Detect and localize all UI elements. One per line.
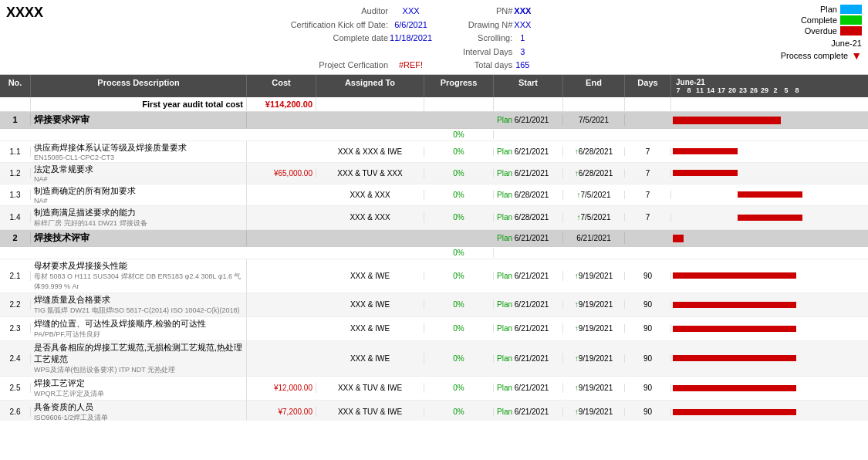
- table-body: 1 焊接要求评审 Plan 6/21/2021 7/5/2021 0% 1.1 …: [0, 112, 868, 421]
- table-row: 2.5 焊接工艺评定 WPQR工艺评定及清单 ¥12,000.00 XXX & …: [0, 377, 868, 401]
- th-gantt: June-21 7 8 11 14 17 20 23 26 29 2 5 8: [671, 75, 868, 97]
- gantt-month-header: June-21: [673, 78, 866, 86]
- overdue-box: [840, 26, 862, 36]
- down-arrow-icon: ▼: [851, 49, 862, 62]
- table-row: 1 焊接要求评审 Plan 6/21/2021 7/5/2021: [0, 112, 868, 129]
- th-assigned: Assigned To: [316, 75, 424, 97]
- kickoff-value: 6/6/2021: [390, 19, 432, 32]
- th-start: Start: [494, 75, 563, 97]
- table-row: 0%: [0, 129, 868, 141]
- interval-value: 3: [514, 46, 531, 59]
- legend-area: Plan Complete Overdue June-21 Process co…: [646, 5, 862, 62]
- complete-box: [840, 15, 862, 25]
- th-days: Days: [625, 75, 671, 97]
- scrolling-value: 1: [514, 32, 531, 46]
- table-row: 2.2 焊缝质量及合格要求 TIG 氩弧焊 DW21 电阻焊ISO 5817-C…: [0, 293, 868, 317]
- header-left: XXXX: [6, 5, 176, 21]
- table-row: 1.1 供应商焊接体系认证等级及焊接质量要求 EN15085-CL1-CPC2-…: [0, 141, 868, 163]
- table-row: 2 焊接技术评审 Plan 6/21/2021 6/21/2021: [0, 230, 868, 247]
- table-row: 1.4 制造商满足描述要求的能力 标样厂房 完好的141 DW21 焊接设备 X…: [0, 206, 868, 230]
- table-row: 1.3 制造商确定的所有附加要求 NA# XXX & XXX 0% Plan 6…: [0, 184, 868, 206]
- auditor-value: XXX: [390, 5, 432, 19]
- scrolling-label: Scrolling:: [463, 32, 514, 46]
- interval-label: Interval Days: [463, 46, 514, 59]
- certification-label: Project Cerfication: [291, 59, 390, 73]
- auditor-label: Auditor: [291, 5, 390, 19]
- table-row: 2.3 焊缝的位置、可达性及焊接顺序,检验的可达性 PA/PB/PF,可达性良好…: [0, 317, 868, 341]
- legend-complete: Complete: [791, 15, 862, 25]
- plan-label: Plan: [791, 5, 837, 14]
- table-row: 2.6 具备资质的人员 ISO9606-1/2焊工及清单 ¥7,200.00 X…: [0, 401, 868, 421]
- kickoff-label: Certification Kick off Date:: [291, 19, 390, 32]
- table-row: 2.4 是否具备相应的焊接工艺规范,无损检测工艺规范,热处理工艺规范 WPS及清…: [0, 341, 868, 377]
- first-year-value: ¥114,200.00: [247, 97, 316, 111]
- pn-value: XXX: [514, 5, 531, 19]
- table-row: 1.2 法定及常规要求 NA# ¥65,000.00 XXX & TUV & X…: [0, 163, 868, 184]
- header: XXXX Auditor XXX PN# XXX Certification K…: [0, 0, 868, 75]
- plan-box: [840, 5, 862, 14]
- th-no: No.: [0, 75, 31, 97]
- legend-plan: Plan: [791, 5, 862, 14]
- first-year-label: First year audit total cost: [31, 97, 247, 111]
- gantt-day-headers: 7 8 11 14 17 20 23 26 29 2 5 8: [673, 86, 866, 94]
- th-cost: Cost: [247, 75, 316, 97]
- th-desc: Process Description: [31, 75, 247, 97]
- complete-legend-label: Complete: [791, 15, 837, 25]
- gantt-month-label: June-21: [831, 39, 862, 48]
- table-row: 2.1 母材要求及焊接接头性能 母材 5083 O H111 SUS304 焊材…: [0, 259, 868, 293]
- table-header: No. Process Description Cost Assigned To…: [0, 75, 868, 97]
- th-progress: Progress: [424, 75, 494, 97]
- complete-label: Complete date: [291, 32, 390, 46]
- process-complete-label: Process complete: [781, 51, 848, 60]
- header-right: Plan Complete Overdue June-21 Process co…: [646, 5, 862, 63]
- process-complete-row: Process complete ▼: [781, 49, 862, 62]
- pn-label: PN#: [463, 5, 514, 19]
- complete-value: 11/18/2021: [390, 32, 432, 46]
- drawing-label: Drawing N#: [463, 19, 514, 32]
- first-year-row: First year audit total cost ¥114,200.00: [0, 97, 868, 112]
- drawing-value: XXX: [514, 19, 531, 32]
- legend-overdue: Overdue: [791, 26, 862, 36]
- total-value: 165: [514, 59, 531, 73]
- overdue-label: Overdue: [791, 26, 837, 36]
- header-center: Auditor XXX PN# XXX Certification Kick o…: [176, 5, 646, 73]
- project-title: XXXX: [6, 5, 176, 21]
- total-label: Total days: [463, 59, 514, 73]
- th-end: End: [563, 75, 625, 97]
- certification-value: #REF!: [390, 59, 432, 73]
- table-row: 0%: [0, 247, 868, 259]
